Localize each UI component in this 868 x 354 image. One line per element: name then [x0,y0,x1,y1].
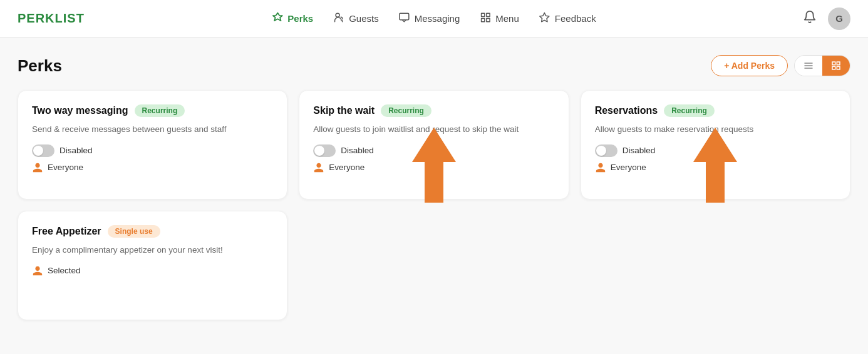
svg-rect-11 [837,62,840,65]
card-title-reservations: Reservations [595,105,658,116]
toggle-row-reservations: Disabled [595,144,836,157]
nav-item-messaging[interactable]: Messaging [399,9,460,28]
audience-label-skip-wait: Everyone [329,163,364,172]
toggle-reservations[interactable] [595,144,617,157]
audience-row-reservations: Everyone [595,162,836,173]
person-icon-appetizer [32,265,43,276]
header-actions: + Add Perks [711,55,850,76]
nav-item-guests[interactable]: Guests [333,9,379,28]
audience-label-appetizer: Selected [48,266,81,275]
main-content: Perks + Add Perks Two way messaging Recu… [0,38,868,333]
grid-view-button[interactable] [822,56,850,76]
card-title-skip-wait: Skip the wait [313,105,375,116]
badge-appetizer: Single use [108,225,160,238]
toggle-row-two-way: Disabled [32,144,273,157]
toggle-label-reservations: Disabled [623,146,656,155]
nav-item-perks[interactable]: Perks [272,9,313,28]
feedback-icon [539,12,550,25]
badge-reservations: Recurring [664,104,715,117]
nav-label-menu: Menu [495,13,519,24]
view-toggle [794,55,850,76]
badge-skip-wait: Recurring [381,104,431,117]
card-title-two-way: Two way messaging [32,105,128,116]
svg-rect-4 [482,19,485,22]
toggle-row-skip-wait: Disabled [313,144,554,157]
nav-item-feedback[interactable]: Feedback [539,9,596,28]
nav-label-feedback: Feedback [555,13,596,24]
list-view-button[interactable] [795,56,822,76]
audience-label-two-way: Everyone [48,163,83,172]
person-icon-two-way [32,162,43,173]
svg-rect-12 [832,66,835,69]
audience-label-reservations: Everyone [611,163,646,172]
toggle-two-way[interactable] [32,144,54,157]
svg-rect-3 [487,13,490,16]
card-desc-skip-wait: Allow guests to join waitlist and reques… [313,123,554,136]
card-container-skip-wait: Skip the wait Recurring Allow guests to … [299,90,569,200]
toggle-label-two-way: Disabled [59,146,93,155]
card-two-way-messaging: Two way messaging Recurring Send & recei… [18,90,287,200]
menu-icon [480,12,491,25]
nav-label-messaging: Messaging [415,13,460,24]
logo[interactable]: PERKLIST [18,11,85,26]
card-desc-reservations: Allow guests to make reservation request… [595,123,836,136]
nav-center: Perks Guests Messaging Menu [272,9,596,28]
nav-label-guests: Guests [349,13,379,24]
card-desc-two-way: Send & receive messages between guests a… [32,123,273,136]
navbar: PERKLIST Perks Guests Messaging [0,0,868,38]
add-perks-button[interactable]: + Add Perks [711,55,788,76]
svg-rect-13 [837,66,840,69]
person-icon-reservations [595,162,606,173]
toggle-skip-wait[interactable] [313,144,336,157]
messaging-icon [399,12,410,25]
card-free-appetizer: Free Appetizer Single use Enjoy a compli… [18,211,287,320]
perks-icon [272,12,283,25]
card-header-two-way: Two way messaging Recurring [32,104,273,117]
person-icon-skip-wait [313,162,324,173]
nav-item-menu[interactable]: Menu [480,9,519,28]
audience-row-appetizer: Selected [32,265,273,276]
toggle-label-skip-wait: Disabled [341,146,374,155]
card-skip-wait: Skip the wait Recurring Allow guests to … [299,90,569,200]
card-header-appetizer: Free Appetizer Single use [32,225,273,238]
page-header: Perks + Add Perks [18,55,850,76]
card-container-reservations: Reservations Recurring Allow guests to m… [581,90,850,200]
svg-marker-6 [540,13,549,22]
audience-row-two-way: Everyone [32,162,273,173]
svg-rect-2 [482,13,485,16]
bell-icon[interactable] [803,10,817,27]
svg-rect-1 [400,13,409,20]
card-reservations: Reservations Recurring Allow guests to m… [581,90,850,200]
page-title: Perks [18,56,62,76]
svg-rect-5 [487,19,490,22]
card-title-appetizer: Free Appetizer [32,226,101,237]
guests-icon [333,12,344,25]
cards-grid: Two way messaging Recurring Send & recei… [18,90,850,320]
nav-right: G [803,8,850,30]
svg-point-0 [336,13,339,17]
card-header-skip-wait: Skip the wait Recurring [313,104,554,117]
svg-rect-10 [832,62,835,65]
badge-two-way: Recurring [135,104,185,117]
card-header-reservations: Reservations Recurring [595,104,836,117]
nav-label-perks: Perks [287,13,313,24]
user-avatar[interactable]: G [828,8,850,30]
audience-row-skip-wait: Everyone [313,162,554,173]
card-desc-appetizer: Enjoy a complimentary appetizer on your … [32,244,273,256]
